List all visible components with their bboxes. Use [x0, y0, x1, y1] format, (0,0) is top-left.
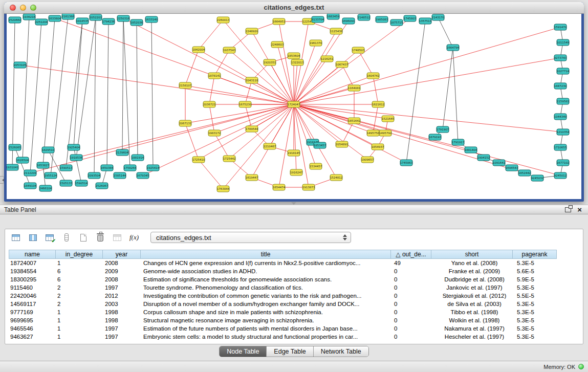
table-row[interactable]: 1456911722003Disruption of a novel membe…: [9, 300, 583, 308]
tab-node-table[interactable]: Node Table: [220, 346, 266, 357]
graph-node[interactable]: 2093504: [88, 172, 101, 179]
graph-node[interactable]: 1626504: [16, 157, 29, 163]
graph-node[interactable]: 1534457: [310, 163, 322, 169]
graph-node[interactable]: 1653827: [37, 162, 50, 168]
graph-node[interactable]: 1590513: [60, 165, 73, 171]
network-table-selector[interactable]: citations_edges.txt: [150, 232, 351, 243]
graph-node[interactable]: 1210354: [557, 129, 570, 135]
table-row[interactable]: 911546021997Tourette syndrome. Phenomeno…: [9, 283, 583, 292]
graph-node[interactable]: 2466104: [39, 185, 52, 191]
close-window-button[interactable]: [10, 5, 16, 11]
float-panel-icon[interactable]: [565, 207, 571, 212]
column-header-year[interactable]: year: [102, 250, 141, 259]
import-table-button[interactable]: [111, 231, 124, 244]
show-columns-button[interactable]: [26, 231, 39, 244]
graph-node[interactable]: 1881404: [465, 147, 477, 153]
graph-node[interactable]: 1985083: [376, 16, 388, 23]
column-header-in_degree[interactable]: in_degree: [55, 250, 103, 259]
graph-node[interactable]: 2139604: [116, 149, 129, 156]
graph-node[interactable]: 1604742: [367, 73, 380, 79]
graph-node[interactable]: 1854937: [372, 144, 384, 150]
graph-node[interactable]: 1745863: [400, 160, 413, 166]
graph-node[interactable]: 1853457: [314, 142, 326, 148]
graph-node[interactable]: 1748503: [352, 47, 365, 53]
graph-node[interactable]: 2053105: [14, 62, 27, 68]
graph-node[interactable]: 2520660: [9, 17, 21, 23]
graph-node[interactable]: 1663459: [327, 14, 340, 19]
graph-node[interactable]: 1925414: [147, 165, 160, 171]
table-row[interactable]: 2242004622012Investigating the contribut…: [9, 292, 583, 300]
graph-node[interactable]: 1125438: [330, 28, 343, 34]
graph-node[interactable]: 1909657: [361, 157, 374, 163]
column-header-name[interactable]: name: [9, 250, 56, 259]
column-header-short[interactable]: short: [431, 250, 513, 259]
graph-node[interactable]: 1675230: [239, 101, 252, 107]
graph-node[interactable]: 1851642: [348, 118, 361, 124]
graph-node[interactable]: 2143170: [432, 14, 445, 20]
column-header-out_degree[interactable]: △ out_de...: [390, 250, 431, 259]
graph-node[interactable]: 1955124: [45, 172, 57, 179]
function-builder-button[interactable]: f(x): [127, 231, 141, 244]
graph-node[interactable]: 1904152: [477, 155, 490, 161]
graph-node[interactable]: 1852036: [130, 19, 143, 26]
graph-node[interactable]: 1159581: [557, 98, 570, 104]
graph-node[interactable]: 1044349: [554, 114, 567, 120]
graph-node[interactable]: 2526067: [96, 183, 108, 189]
graph-node[interactable]: 1679193: [429, 134, 442, 140]
graph-node[interactable]: 1654474: [273, 184, 286, 190]
graph-node[interactable]: 2148512: [358, 14, 371, 20]
graph-node[interactable]: 1590514: [75, 180, 88, 186]
graph-node[interactable]: 1918535: [76, 18, 89, 24]
graph-node[interactable]: 1789544: [246, 126, 258, 132]
close-panel-icon[interactable]: ×: [577, 207, 582, 213]
graph-node[interactable]: 2043118: [246, 77, 258, 83]
edit-rows-button[interactable]: [60, 231, 73, 244]
graph-node[interactable]: 2248920: [246, 28, 258, 34]
graph-node[interactable]: 9245032: [531, 175, 544, 181]
graph-node[interactable]: 1931041: [7, 164, 18, 170]
delete-table-button[interactable]: [94, 231, 107, 244]
graph-node[interactable]: 1791917: [452, 139, 465, 145]
graph-node[interactable]: 1521645: [382, 116, 395, 122]
graph-node[interactable]: 2161366: [62, 14, 75, 19]
graph-node[interactable]: 1925404: [68, 144, 80, 150]
graph-node[interactable]: 1585144: [114, 172, 126, 179]
graph-node[interactable]: 1664794: [447, 45, 460, 51]
tab-network-table[interactable]: Network Table: [313, 346, 368, 357]
zoom-window-button[interactable]: [30, 5, 36, 11]
graph-node[interactable]: 1677102: [557, 160, 570, 166]
network-view-canvas[interactable]: 1724047185360419203512043118167523017895…: [7, 14, 581, 199]
table-row[interactable]: 1872400712008Changes of HCN gene express…: [9, 259, 583, 267]
graph-node[interactable]: 1725442: [223, 156, 236, 162]
graph-node[interactable]: 1696091: [342, 18, 355, 24]
graph-node[interactable]: 1710655: [554, 144, 567, 150]
graph-node[interactable]: 1694543: [506, 165, 518, 171]
graph-node[interactable]: 1664951: [273, 18, 286, 25]
network-window-titlebar[interactable]: citations_edges.txt: [4, 2, 584, 14]
graph-node[interactable]: 1633804: [49, 15, 61, 21]
minimize-window-button[interactable]: [20, 5, 26, 11]
add-column-button[interactable]: ✔: [43, 231, 56, 244]
graph-node[interactable]: 1745803: [404, 15, 417, 21]
graph-node[interactable]: 2526065: [9, 144, 21, 150]
graph-node[interactable]: 1091641: [493, 160, 506, 166]
control-panel-collapse-handle[interactable]: [0, 176, 4, 184]
graph-node[interactable]: 2248603: [271, 41, 284, 48]
graph-node[interactable]: 9245012: [554, 172, 567, 179]
table-row[interactable]: 946554611997Estimation of the future num…: [9, 324, 583, 333]
graph-node[interactable]: 1829510: [42, 147, 55, 153]
graph-node[interactable]: 2067131: [179, 120, 192, 126]
graph-node[interactable]: 2260013: [217, 17, 230, 23]
graph-node[interactable]: 1067437: [336, 61, 349, 68]
graph-node[interactable]: 1633140: [145, 16, 158, 23]
column-header-title[interactable]: title: [140, 250, 391, 259]
graph-node[interactable]: 1791907: [437, 126, 449, 133]
table-mode-button[interactable]: [9, 231, 23, 244]
graph-node[interactable]: 1027714: [557, 68, 570, 74]
graph-node[interactable]: 1591470: [554, 24, 567, 30]
table-row[interactable]: 1938455462009Genome-wide association stu…: [9, 267, 583, 275]
table-row[interactable]: 1830029562008Estimation of significance …: [9, 275, 583, 283]
graph-node[interactable]: 1937543: [223, 47, 236, 53]
graph-node[interactable]: 1794236: [102, 18, 115, 25]
graph-node[interactable]: 2036721: [203, 101, 216, 107]
